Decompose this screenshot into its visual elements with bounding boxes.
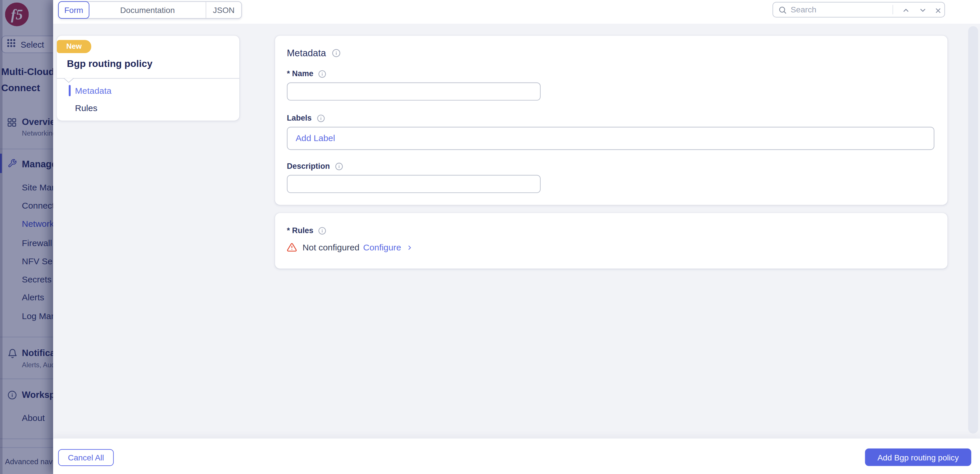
description-field-label: Description	[287, 162, 343, 171]
info-icon[interactable]	[318, 70, 326, 78]
name-field-label: * Name	[287, 69, 326, 78]
rules-field-label: * Rules	[287, 226, 326, 235]
tab-form[interactable]: Form	[58, 1, 89, 19]
labels-field-label: Labels	[287, 114, 325, 122]
search-input[interactable]	[791, 3, 885, 16]
add-label-button[interactable]: Add Label	[296, 127, 335, 149]
modal-topbar: Form Documentation JSON	[53, 0, 980, 24]
metadata-heading-text: Metadata	[287, 48, 326, 58]
step-rules[interactable]: Rules	[75, 103, 97, 113]
view-tabs: Form Documentation JSON	[58, 1, 242, 19]
warning-triangle-icon	[287, 243, 297, 252]
bgp-policy-modal: Form Documentation JSON	[53, 0, 980, 474]
form-stepper-card: New Bgp routing policy Metadata Rules	[57, 35, 239, 120]
collapse-notch-icon[interactable]	[63, 78, 75, 83]
info-icon[interactable]	[335, 162, 343, 170]
labels-input[interactable]: Add Label	[287, 127, 934, 150]
configure-link[interactable]: Configure	[363, 243, 401, 252]
info-icon[interactable]	[332, 49, 340, 57]
metadata-section-card: Metadata * Name Labels	[275, 35, 948, 205]
cancel-all-button[interactable]: Cancel All	[58, 449, 114, 466]
chevron-down-icon[interactable]	[919, 5, 927, 17]
rules-status-text: Not configured	[302, 243, 360, 252]
scrollbar[interactable]	[968, 26, 978, 434]
stepper-divider	[57, 78, 239, 79]
name-input[interactable]	[287, 82, 541, 101]
chevron-right-icon[interactable]	[406, 243, 413, 251]
modal-footer: Cancel All Add Bgp routing policy	[53, 439, 980, 474]
close-icon[interactable]	[934, 5, 942, 17]
search-divider	[892, 5, 893, 14]
tab-documentation[interactable]: Documentation	[89, 2, 206, 18]
app-viewport: f5 Select Multi-Cloud Connect	[0, 0, 980, 474]
rules-section-card: * Rules Not configured Configure	[275, 213, 948, 269]
add-bgp-routing-policy-button[interactable]: Add Bgp routing policy	[865, 449, 971, 466]
new-badge: New	[57, 40, 91, 53]
search-bar	[772, 2, 945, 17]
search-icon	[778, 5, 787, 17]
step-metadata[interactable]: Metadata	[75, 86, 111, 96]
metadata-heading: Metadata	[287, 48, 340, 58]
modal-body: New Bgp routing policy Metadata Rules Me…	[53, 24, 980, 439]
info-icon[interactable]	[318, 227, 326, 235]
tab-json[interactable]: JSON	[205, 2, 241, 18]
rules-status-row: Not configured Configure	[287, 243, 413, 252]
description-input[interactable]	[287, 175, 541, 193]
form-title: Bgp routing policy	[67, 58, 153, 69]
active-step-indicator	[69, 85, 70, 96]
info-icon[interactable]	[317, 114, 325, 122]
chevron-up-icon[interactable]	[902, 5, 910, 17]
